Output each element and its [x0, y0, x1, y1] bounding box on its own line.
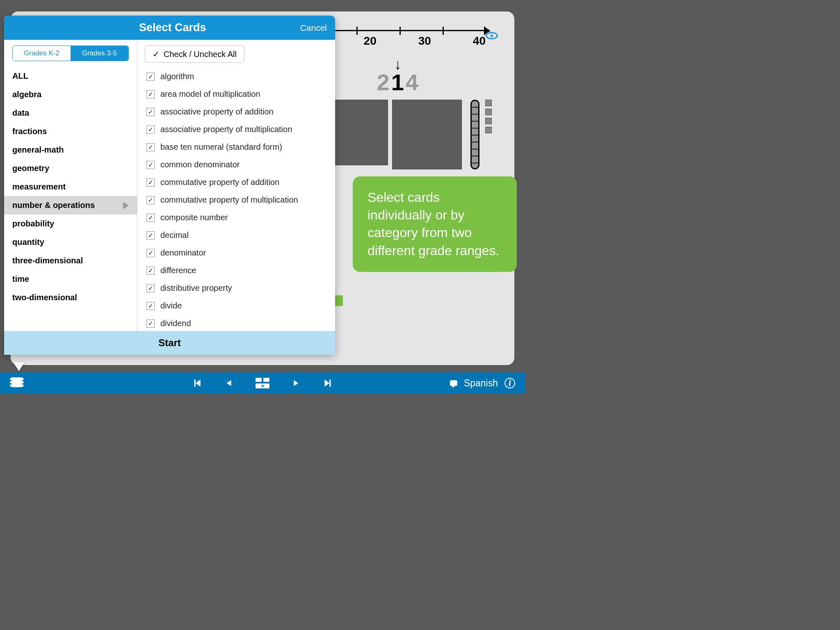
numline-label: 20: [364, 34, 377, 48]
term-row[interactable]: ✓area model of multiplication: [145, 85, 328, 103]
grade-tab-k2[interactable]: Grades K-2: [13, 46, 71, 61]
category-item[interactable]: three-dimensional: [4, 251, 137, 270]
checkbox[interactable]: ✓: [146, 196, 155, 204]
start-button[interactable]: Start: [4, 331, 335, 355]
category-item[interactable]: fractions: [4, 122, 137, 141]
checkbox[interactable]: ✓: [146, 178, 155, 187]
category-item[interactable]: probability: [4, 215, 137, 233]
term-row[interactable]: ✓distributive property: [145, 279, 328, 297]
category-item[interactable]: algebra: [4, 85, 137, 104]
first-button[interactable]: [192, 378, 202, 388]
term-label: decimal: [160, 231, 189, 240]
category-item[interactable]: time: [4, 270, 137, 288]
term-row[interactable]: ✓denominator: [145, 244, 328, 262]
modal-header: Select Cards Cancel: [4, 16, 335, 40]
checkbox[interactable]: ✓: [146, 126, 155, 134]
check-uncheck-all-button[interactable]: ✓ Check / Uncheck All: [145, 46, 244, 63]
cancel-button[interactable]: Cancel: [300, 23, 327, 33]
category-label: number & operations: [12, 201, 95, 210]
checkbox[interactable]: ✓: [146, 108, 155, 116]
category-item[interactable]: general-math: [4, 141, 137, 159]
term-label: distributive property: [160, 283, 232, 293]
popover-tail: [13, 362, 25, 371]
category-item[interactable]: ALL: [4, 67, 137, 85]
term-label: associative property of multiplication: [160, 125, 292, 134]
category-item[interactable]: data: [4, 104, 137, 122]
checkbox[interactable]: ✓: [146, 90, 155, 98]
term-row[interactable]: ✓composite number: [145, 209, 328, 226]
category-item[interactable]: geometry: [4, 159, 137, 178]
category-label: two-dimensional: [12, 293, 77, 302]
category-item[interactable]: number & operations: [4, 196, 137, 215]
checkbox[interactable]: ✓: [146, 267, 155, 275]
category-label: time: [12, 274, 29, 284]
svg-rect-1: [263, 378, 269, 382]
category-label: data: [12, 108, 29, 118]
grade-segmented-control: Grades K-2 Grades 3-5: [12, 46, 129, 61]
callout-text: Select cards individually or by category…: [368, 190, 499, 258]
term-row[interactable]: ✓associative property of multiplication: [145, 121, 328, 138]
category-item[interactable]: quantity: [4, 233, 137, 251]
terms-panel: ✓ Check / Uncheck All ✓algorithm✓area mo…: [137, 40, 335, 331]
term-label: base ten numeral (standard form): [160, 142, 282, 152]
big-number: 214: [377, 69, 420, 96]
term-row[interactable]: ✓associative property of addition: [145, 103, 328, 121]
term-label: difference: [160, 266, 196, 275]
term-row[interactable]: ✓base ten numeral (standard form): [145, 138, 328, 156]
eye-icon[interactable]: [486, 32, 498, 39]
term-label: associative property of addition: [160, 107, 274, 116]
term-label: composite number: [160, 213, 228, 222]
checkbox[interactable]: ✓: [146, 284, 155, 292]
info-button[interactable]: i: [504, 378, 515, 388]
help-callout: Select cards individually or by category…: [353, 176, 517, 272]
category-label: geometry: [12, 164, 49, 173]
base-ten-blocks: [322, 100, 492, 169]
deck-button[interactable]: [10, 377, 24, 389]
cards-button[interactable]: ✕: [256, 378, 269, 388]
term-label: dividend: [160, 319, 191, 328]
svg-text:✕: ✕: [261, 383, 265, 388]
speech-bubble-icon: [450, 380, 457, 386]
term-row[interactable]: ✓divide: [145, 297, 328, 315]
category-label: probability: [12, 219, 54, 228]
term-row[interactable]: ✓commutative property of addition: [145, 173, 328, 191]
checkbox[interactable]: ✓: [146, 73, 155, 81]
term-row[interactable]: ✓difference: [145, 262, 328, 279]
term-row[interactable]: ✓dividend: [145, 315, 328, 331]
category-label: three-dimensional: [12, 256, 83, 265]
term-label: divide: [160, 301, 182, 310]
term-label: area model of multiplication: [160, 89, 260, 99]
category-item[interactable]: two-dimensional: [4, 288, 137, 307]
select-cards-modal: Select Cards Cancel Grades K-2 Grades 3-…: [4, 16, 335, 355]
language-button[interactable]: Spanish: [464, 378, 498, 389]
next-button[interactable]: [292, 378, 301, 388]
category-label: algebra: [12, 90, 41, 99]
check-all-label: Check / Uncheck All: [164, 50, 237, 59]
checkbox[interactable]: ✓: [146, 143, 155, 151]
category-label: measurement: [12, 182, 66, 192]
prev-button[interactable]: [224, 378, 233, 388]
numline-label: 40: [473, 34, 486, 48]
term-row[interactable]: ✓decimal: [145, 226, 328, 244]
category-item[interactable]: measurement: [4, 178, 137, 196]
checkbox[interactable]: ✓: [146, 320, 155, 328]
checkbox[interactable]: ✓: [146, 231, 155, 240]
term-row[interactable]: ✓commutative property of multiplication: [145, 191, 328, 209]
term-label: commutative property of addition: [160, 178, 279, 187]
term-label: denominator: [160, 248, 206, 258]
grade-tab-35[interactable]: Grades 3-5: [71, 46, 128, 61]
term-row[interactable]: ✓common denominator: [145, 156, 328, 173]
checkbox[interactable]: ✓: [146, 249, 155, 257]
category-label: fractions: [12, 127, 47, 136]
checkbox[interactable]: ✓: [146, 214, 155, 222]
category-label: general-math: [12, 145, 64, 155]
check-icon: ✓: [153, 49, 160, 59]
term-label: algorithm: [160, 72, 194, 81]
checkbox[interactable]: ✓: [146, 302, 155, 310]
last-button[interactable]: [323, 378, 333, 388]
numline-label: 30: [418, 34, 431, 48]
category-label: quantity: [12, 237, 44, 247]
number-line: 0 20 30 40: [313, 30, 486, 48]
checkbox[interactable]: ✓: [146, 161, 155, 169]
term-row[interactable]: ✓algorithm: [145, 68, 328, 85]
